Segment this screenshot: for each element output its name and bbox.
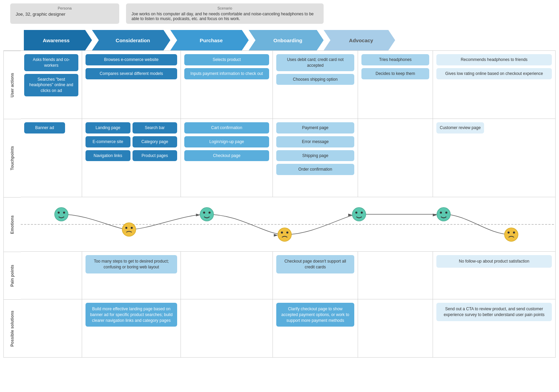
tp-onboarding-1: Payment page	[276, 122, 354, 134]
sol-onboarding-1: Clarify checkout page to show accepted p…	[276, 303, 354, 327]
tp-consideration-2: Search bar	[133, 122, 177, 134]
svg-point-17	[352, 207, 366, 221]
svg-marker-2	[274, 234, 278, 236]
svg-point-12	[203, 211, 205, 214]
svg-point-19	[361, 211, 363, 214]
label-user-actions: User actions	[4, 51, 21, 119]
svg-point-24	[508, 231, 510, 233]
ua-awareness-2: Searches "best headphones" online and cl…	[24, 74, 78, 96]
svg-point-13	[208, 211, 211, 214]
svg-point-16	[286, 231, 289, 233]
ua-purchase-2: Inputs payment information to check out	[184, 68, 269, 79]
sol-awareness	[21, 299, 82, 357]
tp-purchase-2: Login/sign-up page	[184, 136, 269, 147]
ua-purchase: Selects product Inputs payment informati…	[181, 51, 273, 119]
svg-point-25	[513, 231, 515, 233]
ua-awareness: Asks friends and co-workers Searches "be…	[21, 51, 82, 119]
svg-marker-1	[196, 214, 200, 216]
user-actions-row: Asks friends and co-workers Searches "be…	[21, 51, 555, 119]
content-area: Asks friends and co-workers Searches "be…	[21, 51, 555, 357]
svg-point-22	[445, 211, 447, 214]
label-touchpoints: Touchpoints	[4, 119, 21, 197]
tp-awareness-1: Banner ad	[24, 122, 65, 134]
pp-onboarding: Checkout page doesn't support all credit…	[273, 252, 358, 299]
ua-onboarding2-1: Tries headphones	[361, 54, 429, 65]
ua-consideration-1: Browses e-commerce website	[86, 54, 177, 65]
svg-point-5	[55, 207, 68, 221]
solutions-row: Build more effective landing page based …	[21, 299, 555, 357]
journey-grid: User actions Touchpoints Emotions Pain p…	[3, 50, 556, 358]
pp-onboarding-1: Checkout page doesn't support all credit…	[276, 255, 354, 273]
label-possible-solutions: Possible solutions	[4, 299, 21, 357]
persona-box: Persona Joe, 32, graphic designer	[10, 3, 119, 24]
scenario-content: Joe works on his computer all day, and h…	[131, 12, 318, 21]
ua-advocacy: Recommends headphones to friends Gives l…	[433, 51, 555, 119]
tp-onboarding-3: Shipping page	[276, 150, 354, 161]
pp-purchase	[181, 252, 273, 299]
tp-advocacy: Customer review page	[433, 119, 555, 197]
tp-onboarding2	[358, 119, 433, 197]
svg-point-18	[355, 211, 357, 214]
ua-consideration-2: Compares several different models	[86, 68, 177, 79]
svg-point-15	[281, 231, 283, 233]
tp-consideration: Landing page Search bar E-commerce site …	[82, 119, 181, 197]
tp-awareness: Banner ad	[21, 119, 82, 197]
emotions-canvas	[21, 197, 555, 252]
ua-awareness-1: Asks friends and co-workers	[24, 54, 78, 71]
tp-purchase: Cart confirmation Login/sign-up page Che…	[181, 119, 273, 197]
sol-consideration-1: Build more effective landing page based …	[86, 303, 177, 327]
pain-points-row: Too many steps to get to desired product…	[21, 252, 555, 299]
pp-onboarding2	[358, 252, 433, 299]
svg-point-14	[278, 228, 292, 241]
svg-point-23	[504, 228, 518, 241]
ua-advocacy-2: Gives low rating online based on checkou…	[436, 68, 552, 79]
svg-marker-4	[433, 214, 437, 216]
tp-consideration-row2: E-commerce site Category page	[86, 136, 177, 147]
pp-awareness	[21, 252, 82, 299]
sol-consideration: Build more effective landing page based …	[82, 299, 181, 357]
pp-advocacy-1: No follow-up about product satisfaction	[436, 255, 552, 268]
sol-onboarding: Clarify checkout page to show accepted p…	[273, 299, 358, 357]
svg-point-11	[200, 207, 214, 221]
tp-purchase-1: Cart confirmation	[184, 122, 269, 134]
emotions-row	[21, 197, 555, 252]
tp-consideration-row3: Navigation links Product pages	[86, 150, 177, 161]
ua-consideration: Browses e-commerce website Compares seve…	[82, 51, 181, 119]
label-emotions: Emotions	[4, 197, 21, 252]
phase-awareness: Awareness	[24, 30, 92, 50]
tp-onboarding-2: Error message	[276, 136, 354, 147]
sol-onboarding2	[358, 299, 433, 357]
emotions-svg	[21, 197, 555, 252]
touchpoints-row: Banner ad Landing page Search bar E-comm…	[21, 119, 555, 197]
tp-consideration-5: Navigation links	[86, 150, 130, 161]
sol-purchase	[181, 299, 273, 357]
persona-content: Joe, 32, graphic designer	[16, 12, 114, 17]
pp-consideration: Too many steps to get to desired product…	[82, 252, 181, 299]
top-info: Persona Joe, 32, graphic designer Scenar…	[3, 3, 556, 24]
label-pain-points: Pain points	[4, 252, 21, 299]
phase-advocacy: Advocacy	[324, 30, 395, 50]
ua-advocacy-1: Recommends headphones to friends	[436, 54, 552, 65]
ua-onboarding2-2: Decides to keep them	[361, 68, 429, 79]
phase-purchase: Purchase	[170, 30, 249, 50]
pp-consideration-1: Too many steps to get to desired product…	[86, 255, 177, 273]
tp-consideration-1: Landing page	[86, 122, 130, 134]
sol-advocacy-1: Send out a CTA to review product, and se…	[436, 303, 552, 321]
ua-onboarding2: Tries headphones Decides to keep them	[358, 51, 433, 119]
tp-consideration-3: E-commerce site	[86, 136, 130, 147]
sol-advocacy: Send out a CTA to review product, and se…	[433, 299, 555, 357]
phase-consideration: Consideration	[92, 30, 170, 50]
svg-point-7	[63, 211, 65, 214]
svg-point-10	[131, 226, 133, 229]
ua-onboarding-2: Chooses shipping option	[276, 74, 354, 85]
tp-onboarding-4: Order confirmation	[276, 164, 354, 175]
tp-consideration-6: Product pages	[133, 150, 177, 161]
ua-onboarding: Uses debit card; credit card not accepte…	[273, 51, 358, 119]
row-labels: User actions Touchpoints Emotions Pain p…	[4, 51, 21, 357]
tp-consideration-row1: Landing page Search bar	[86, 122, 177, 134]
svg-point-21	[440, 211, 442, 214]
tp-advocacy-1: Customer review page	[436, 122, 484, 134]
tp-consideration-4: Category page	[133, 136, 177, 147]
ua-purchase-1: Selects product	[184, 54, 269, 65]
pp-advocacy: No follow-up about product satisfaction	[433, 252, 555, 299]
